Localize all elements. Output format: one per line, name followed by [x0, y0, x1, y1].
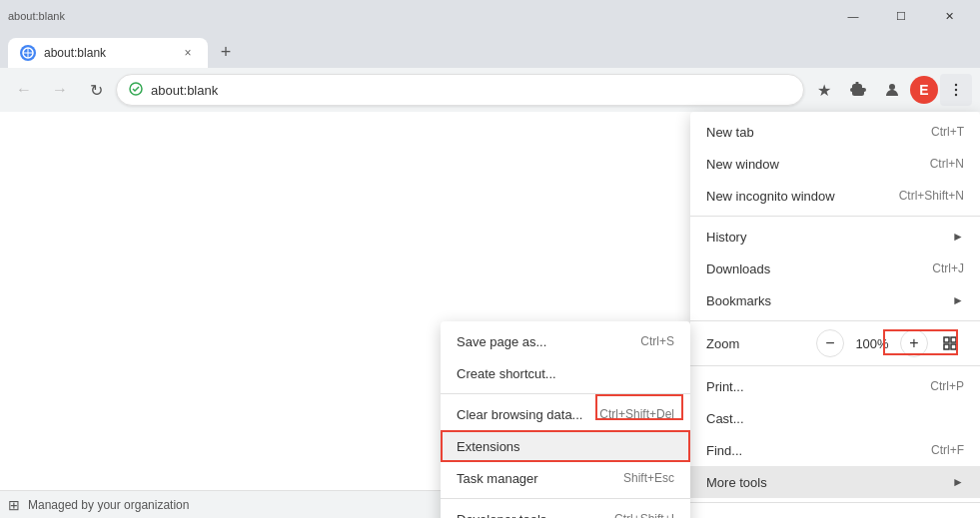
- submenu-item-extensions[interactable]: Extensions: [441, 430, 690, 462]
- menu-item-shortcut: Ctrl+Shift+N: [899, 189, 964, 203]
- submenu-item-save[interactable]: Save page as... Ctrl+S: [441, 325, 690, 357]
- zoom-controls: − 100% +: [816, 329, 964, 357]
- menu-item-label: Print...: [706, 379, 914, 394]
- managed-text: Managed by your organization: [28, 498, 189, 512]
- menu-item-label: Cast...: [706, 411, 964, 426]
- menu-divider: [690, 502, 980, 503]
- zoom-in-button[interactable]: +: [900, 329, 928, 357]
- menu-item-new-window[interactable]: New window Ctrl+N: [690, 148, 980, 180]
- tab-close-button[interactable]: ×: [180, 45, 196, 61]
- menu-item-label: New tab: [706, 125, 915, 140]
- svg-point-5: [955, 84, 957, 86]
- edit-row: Edit Cut Copy Paste: [690, 507, 980, 518]
- zoom-row: Zoom − 100% +: [690, 325, 980, 361]
- paste-button[interactable]: Paste: [907, 514, 964, 519]
- tab-bar-title: about:blank: [8, 10, 65, 22]
- svg-rect-9: [951, 337, 956, 342]
- menu-item-shortcut: Ctrl+T: [931, 125, 964, 139]
- profile-button[interactable]: E: [910, 76, 938, 104]
- active-tab[interactable]: about:blank ×: [8, 38, 208, 68]
- chrome-menu: New tab Ctrl+T New window Ctrl+N New inc…: [690, 112, 980, 518]
- tab-title: about:blank: [44, 46, 172, 60]
- menu-item-print[interactable]: Print... Ctrl+P: [690, 370, 980, 402]
- submenu-item-shortcut: Ctrl+Shift+I: [614, 512, 674, 518]
- submenu-divider: [441, 393, 690, 394]
- managed-icon: ⊞: [8, 497, 20, 513]
- cut-button[interactable]: Cut: [808, 514, 852, 519]
- submenu-item-label: Clear browsing data...: [457, 407, 599, 422]
- menu-item-label: New incognito window: [706, 189, 883, 204]
- menu-item-label: More tools: [706, 475, 944, 490]
- submenu-item-label: Task manager: [457, 471, 623, 486]
- menu-item-cast[interactable]: Cast...: [690, 402, 980, 434]
- menu-item-label: Downloads: [706, 261, 916, 276]
- svg-rect-10: [944, 344, 949, 349]
- toolbar-actions: ★ E: [808, 74, 972, 106]
- menu-item-bookmarks[interactable]: Bookmarks ►: [690, 284, 980, 316]
- title-bar-left: about:blank: [8, 10, 65, 22]
- menu-item-label: History: [706, 230, 944, 245]
- submenu-item-shortcut: Ctrl+Shift+Del: [599, 407, 674, 421]
- arrow-icon: ►: [952, 293, 964, 307]
- submenu-item-clear-browsing[interactable]: Clear browsing data... Ctrl+Shift+Del: [441, 398, 690, 430]
- window-controls: — ☐ ✕: [830, 0, 972, 32]
- submenu-item-label: Create shortcut...: [457, 366, 674, 381]
- bookmark-button[interactable]: ★: [808, 74, 840, 106]
- svg-point-4: [889, 84, 895, 90]
- copy-button[interactable]: Copy: [852, 514, 906, 519]
- omnibox[interactable]: about:blank: [116, 74, 804, 106]
- close-button[interactable]: ✕: [926, 0, 972, 32]
- extensions-button[interactable]: [842, 74, 874, 106]
- submenu-divider: [441, 498, 690, 499]
- url-display: about:blank: [151, 83, 791, 98]
- menu-divider: [690, 216, 980, 217]
- tab-bar: about:blank × +: [0, 32, 980, 68]
- forward-button[interactable]: →: [44, 74, 76, 106]
- submenu-item-shortcut: Ctrl+S: [640, 334, 674, 348]
- chrome-menu-button[interactable]: [940, 74, 972, 106]
- menu-item-label: Find...: [706, 443, 915, 458]
- menu-item-shortcut: Ctrl+P: [930, 379, 964, 393]
- submenu-item-label: Save page as...: [457, 334, 640, 349]
- omnibox-bar: ← → ↻ about:blank ★ E: [0, 68, 980, 112]
- zoom-value: 100%: [852, 336, 892, 351]
- svg-point-6: [955, 89, 957, 91]
- account-button[interactable]: [876, 74, 908, 106]
- svg-rect-8: [944, 337, 949, 342]
- menu-item-shortcut: Ctrl+J: [932, 261, 964, 275]
- menu-item-label: Bookmarks: [706, 293, 944, 308]
- menu-item-history[interactable]: History ►: [690, 221, 980, 253]
- back-button[interactable]: ←: [8, 74, 40, 106]
- submenu-item-create-shortcut[interactable]: Create shortcut...: [441, 357, 690, 389]
- page-content: New tab Ctrl+T New window Ctrl+N New inc…: [0, 112, 980, 518]
- submenu-item-task-manager[interactable]: Task manager Shift+Esc: [441, 462, 690, 494]
- svg-point-7: [955, 94, 957, 96]
- zoom-label: Zoom: [706, 336, 816, 351]
- menu-item-shortcut: Ctrl+N: [930, 157, 964, 171]
- reload-button[interactable]: ↻: [80, 74, 112, 106]
- security-icon: [129, 82, 143, 99]
- submenu-item-label: Developer tools: [457, 512, 614, 519]
- arrow-icon: ►: [952, 230, 964, 244]
- svg-rect-11: [951, 344, 956, 349]
- menu-item-shortcut: Ctrl+F: [931, 443, 964, 457]
- menu-item-find[interactable]: Find... Ctrl+F: [690, 434, 980, 466]
- more-tools-submenu: Save page as... Ctrl+S Create shortcut..…: [441, 321, 690, 518]
- menu-item-new-tab[interactable]: New tab Ctrl+T: [690, 116, 980, 148]
- title-bar: about:blank — ☐ ✕: [0, 0, 980, 32]
- arrow-icon: ►: [952, 475, 964, 489]
- new-tab-button[interactable]: +: [212, 38, 240, 66]
- maximize-button[interactable]: ☐: [878, 0, 924, 32]
- submenu-item-shortcut: Shift+Esc: [623, 471, 674, 485]
- menu-item-downloads[interactable]: Downloads Ctrl+J: [690, 253, 980, 284]
- edit-actions: Cut Copy Paste: [808, 514, 964, 519]
- menu-item-label: New window: [706, 157, 914, 172]
- tab-favicon: [20, 45, 36, 61]
- menu-divider: [690, 320, 980, 321]
- minimize-button[interactable]: —: [830, 0, 876, 32]
- menu-item-more-tools[interactable]: More tools ►: [690, 466, 980, 498]
- fullscreen-button[interactable]: [936, 329, 964, 357]
- menu-item-incognito[interactable]: New incognito window Ctrl+Shift+N: [690, 180, 980, 212]
- zoom-out-button[interactable]: −: [816, 329, 844, 357]
- submenu-item-developer-tools[interactable]: Developer tools Ctrl+Shift+I: [441, 503, 690, 518]
